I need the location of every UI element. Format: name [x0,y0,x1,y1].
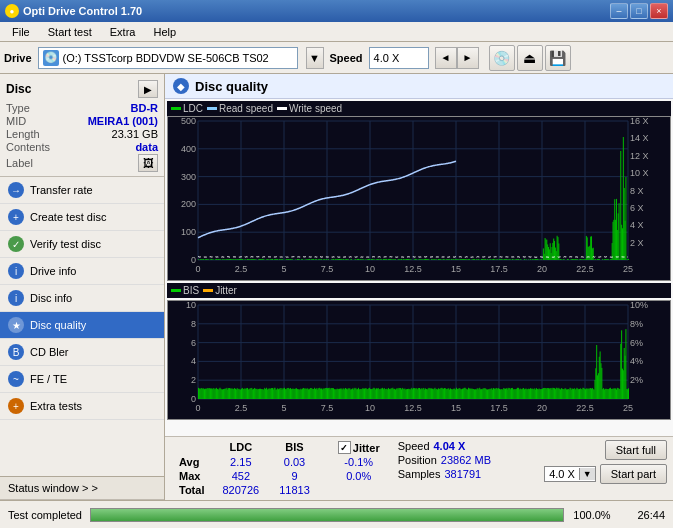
close-button[interactable]: × [650,3,668,19]
title-bar: ● Opti Drive Control 1.70 – □ × [0,0,673,22]
status-window-button[interactable]: Status window > > [0,477,164,500]
speed-select-dropdown[interactable]: 4.0 X ▼ [544,466,596,482]
max-label: Max [171,469,212,483]
lower-chart-legend: BIS Jitter [167,283,671,298]
total-label: Total [171,483,212,497]
menu-extra[interactable]: Extra [102,24,144,40]
sidebar-item-extra-tests[interactable]: + Extra tests [0,393,164,420]
position-row: Position 23862 MB [398,454,491,466]
upper-chart-container [167,116,671,281]
progress-area: Test completed 100.0% 26:44 [0,500,673,528]
sidebar-item-disc-info-label: Disc info [30,292,72,304]
speed-dropdown-arrow[interactable]: ▼ [579,468,595,480]
sidebar-item-drive-info[interactable]: i Drive info [0,258,164,285]
disc-quality-icon: ★ [8,317,24,333]
sidebar-item-cd-bler-label: CD Bler [30,346,69,358]
stats-area: LDC BIS ✓ Jitter Avg 2.15 0.0 [165,436,673,501]
chart-header: ◆ Disc quality [165,74,673,99]
action-buttons-area: Start full 4.0 X ▼ Start part [544,440,667,484]
cd-bler-icon: B [8,344,24,360]
speed-select[interactable]: 4.0 X [369,47,429,69]
speed-label: Speed [330,52,363,64]
length-value: 23.31 GB [112,128,158,140]
position-label: Position [398,454,437,466]
progress-time: 26:44 [620,509,665,521]
total-bis: 11813 [269,483,320,497]
start-part-button[interactable]: Start part [600,464,667,484]
length-label: Length [6,128,40,140]
disc-title: Disc [6,82,31,96]
avg-label: Avg [171,455,212,469]
speed-stat-label: Speed [398,440,430,452]
contents-label: Contents [6,141,50,153]
sidebar-item-transfer-rate[interactable]: → Transfer rate [0,177,164,204]
speed-prev-button[interactable]: ◄ [435,47,457,69]
sidebar-item-verify-test-disc[interactable]: ✓ Verify test disc [0,231,164,258]
progress-percent: 100.0% [572,509,612,521]
samples-value: 381791 [444,468,481,480]
sidebar-item-fe-te[interactable]: ~ FE / TE [0,366,164,393]
maximize-button[interactable]: □ [630,3,648,19]
bis-legend-color [171,289,181,292]
chart-title: Disc quality [195,79,268,94]
jitter-legend: Jitter [203,285,237,296]
disc-action-icon[interactable]: 💿 [489,45,515,71]
total-ldc: 820726 [212,483,269,497]
start-full-button[interactable]: Start full [605,440,667,460]
stats-table: LDC BIS ✓ Jitter Avg 2.15 0.0 [171,440,390,498]
speed-next-button[interactable]: ► [457,47,479,69]
sidebar-item-disc-quality-label: Disc quality [30,319,86,331]
minimize-button[interactable]: – [610,3,628,19]
disc-arrow-button[interactable]: ▶ [138,80,158,98]
ldc-header: LDC [212,440,269,456]
mid-label: MID [6,115,26,127]
sidebar-item-verify-label: Verify test disc [30,238,101,250]
extra-tests-icon: + [8,398,24,414]
sidebar-menu: → Transfer rate + Create test disc ✓ Ver… [0,177,164,420]
drive-label: Drive [4,52,32,64]
avg-bis: 0.03 [269,455,320,469]
speed-row: Speed 4.04 X [398,440,491,452]
write-speed-legend: Write speed [277,103,342,114]
stats-avg-row: Avg 2.15 0.03 -0.1% [171,455,390,469]
max-ldc: 452 [212,469,269,483]
status-section: Status window > > [0,476,164,500]
write-speed-legend-color [277,107,287,110]
sidebar-item-disc-info[interactable]: i Disc info [0,285,164,312]
eject-icon[interactable]: ⏏ [517,45,543,71]
sidebar-item-cd-bler[interactable]: B CD Bler [0,339,164,366]
bis-header: BIS [269,440,320,456]
speed-position-info: Speed 4.04 X Position 23862 MB Samples 3… [398,440,491,480]
fe-te-icon: ~ [8,371,24,387]
chart-title-icon: ◆ [173,78,189,94]
menu-start-test[interactable]: Start test [40,24,100,40]
save-icon[interactable]: 💾 [545,45,571,71]
speed-nav: ◄ ► [435,47,479,69]
sidebar-item-create-label: Create test disc [30,211,106,223]
samples-label: Samples [398,468,441,480]
sidebar-item-transfer-rate-label: Transfer rate [30,184,93,196]
start-full-row: Start full [605,440,667,460]
transfer-rate-icon: → [8,182,24,198]
start-part-row: 4.0 X ▼ Start part [544,464,667,484]
label-icon-button[interactable]: 🖼 [138,154,158,172]
disc-section: Disc ▶ Type BD-R MID MEIRA1 (001) Length… [0,74,164,177]
label-label: Label [6,157,33,169]
drive-arrow-button[interactable]: ▼ [306,47,324,69]
avg-ldc: 2.15 [212,455,269,469]
app-icon: ● [5,4,19,18]
lower-chart-canvas [168,301,670,419]
sidebar-item-create-test-disc[interactable]: + Create test disc [0,204,164,231]
avg-jitter: -0.1% [328,455,390,469]
jitter-checkbox[interactable]: ✓ [338,441,351,454]
jitter-legend-color [203,289,213,292]
charts-area: LDC Read speed Write speed [165,99,673,436]
ldc-legend-color [171,107,181,110]
total-jitter-placeholder [328,483,390,497]
sidebar-item-disc-quality[interactable]: ★ Disc quality [0,312,164,339]
drive-selector[interactable]: 💿 (O:) TSSTcorp BDDVDW SE-506CB TS02 [38,47,298,69]
create-disc-icon: + [8,209,24,225]
type-label: Type [6,102,30,114]
menu-help[interactable]: Help [145,24,184,40]
menu-file[interactable]: File [4,24,38,40]
